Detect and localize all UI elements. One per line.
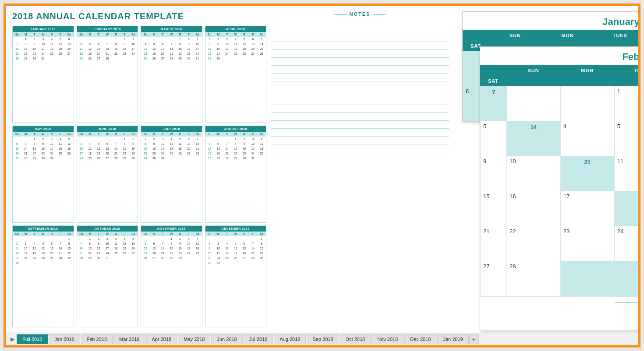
- mini-cal-day: 11: [231, 42, 240, 46]
- mini-cal-day: 3: [248, 137, 257, 141]
- tab-dec-2018[interactable]: Dec 2018: [404, 334, 436, 344]
- tab-jul-2018[interactable]: Jul 2018: [244, 334, 273, 344]
- mini-cal-day: 21: [159, 251, 167, 256]
- mini-cal-day: 10: [21, 246, 30, 251]
- mini-cal-day: 8: [85, 241, 94, 246]
- mini-cal-day: 16: [176, 246, 184, 251]
- jan-mon-header: MON: [541, 30, 594, 41]
- mini-cal-day: 13: [129, 241, 138, 246]
- day-header-cell: R: [176, 32, 184, 37]
- day-header-cell: W: [39, 32, 47, 37]
- mini-cal-day: 26: [205, 156, 214, 161]
- mini-cal-day: 28: [248, 256, 257, 260]
- tab-apr-2018[interactable]: Apr 2018: [146, 334, 177, 344]
- day-header-cell: M: [85, 32, 94, 37]
- mini-cal-day: 26: [65, 151, 74, 156]
- mini-cal-day: 16: [150, 146, 159, 151]
- mini-cal-day: [112, 56, 120, 61]
- mini-cal-day: 4: [30, 241, 39, 246]
- mini-cal-day: 9: [13, 246, 21, 251]
- mini-cal-day: 20: [94, 51, 103, 56]
- notes-line: [271, 74, 449, 81]
- mini-cal-day: 6: [103, 141, 112, 146]
- mini-cal-day: 31: [193, 56, 202, 61]
- mini-cal-day: 3: [184, 236, 193, 241]
- mini-cal-day: 20: [214, 151, 223, 156]
- mini-cal-day: 20: [159, 51, 167, 56]
- mini-cal-day: 29: [176, 56, 184, 61]
- mini-cal-day: 1: [231, 137, 240, 141]
- mini-cal-day: 6: [240, 241, 249, 246]
- notes-line: [271, 144, 449, 152]
- notes-line: [271, 34, 449, 42]
- mini-cal-day: 27: [13, 156, 21, 161]
- tab-oct-2018[interactable]: Oct 2018: [340, 334, 371, 344]
- mini-cal-day: 13: [47, 246, 56, 251]
- mini-cal-day: 31: [103, 256, 112, 260]
- mini-cal-day: 4: [85, 141, 94, 146]
- mini-cal-day: 22: [257, 251, 266, 256]
- mini-cal-day: 30: [30, 56, 39, 61]
- mini-cal-day: 15: [21, 46, 30, 51]
- feb-cell: 5: [615, 121, 638, 156]
- mini-cal-day: 24: [47, 151, 56, 156]
- mini-cal-day: 7: [103, 42, 112, 46]
- mini-cal-day: 1: [112, 37, 120, 42]
- day-header-cell: Su: [205, 32, 214, 37]
- tab-left-arrow[interactable]: ▶: [8, 335, 17, 344]
- mini-cal-day: 11: [141, 46, 150, 51]
- mini-cal-day: 11: [77, 46, 86, 51]
- mini-cal-day: 12: [141, 246, 150, 251]
- day-header-cell: W: [39, 232, 47, 236]
- feb-notes-area: [480, 306, 638, 330]
- mini-cal-day: 3: [21, 241, 30, 246]
- mini-cal-day: 12: [39, 246, 47, 251]
- mini-cal-day: [214, 137, 223, 141]
- tab-aug-2018[interactable]: Aug 2018: [274, 334, 306, 344]
- tab-jun-2018[interactable]: Jun 2018: [211, 334, 242, 344]
- day-header-cell: M: [85, 132, 94, 137]
- mini-cal-day: 19: [150, 51, 159, 56]
- tab-may-2018[interactable]: May 2018: [178, 334, 210, 344]
- mini-cal-day: 4: [77, 42, 86, 46]
- tab-sep-2018[interactable]: Sep 2018: [307, 334, 339, 344]
- mini-cal-day: 24: [103, 251, 112, 256]
- day-header-cell: M: [150, 32, 159, 37]
- mini-cal-day: 2: [30, 37, 39, 42]
- notes-line: [271, 26, 449, 34]
- mini-cal-day: 15: [257, 246, 266, 251]
- mini-cal-day: 4: [141, 42, 150, 46]
- mini-cal-day: 14: [21, 146, 30, 151]
- mini-cal-day: [223, 260, 231, 265]
- feb-cell: 21: [481, 226, 507, 261]
- mini-cal-day: 12: [85, 46, 94, 51]
- mini-cal-day: 8: [30, 141, 39, 146]
- tab-jan-2019[interactable]: Jan 2019: [437, 334, 468, 344]
- tab-add-button[interactable]: +: [469, 334, 479, 344]
- tab-nov-2018[interactable]: Nov 2018: [372, 334, 403, 344]
- tab-jan-2018[interactable]: Jan 2018: [49, 334, 80, 344]
- mini-cal-day: 1: [205, 37, 214, 42]
- mini-cal-day: 12: [176, 141, 184, 146]
- mini-cal-day: [56, 56, 65, 61]
- mini-cal-day: 1: [65, 236, 74, 241]
- feb-mon-header: MON: [560, 65, 614, 76]
- day-header-cell: M: [21, 232, 30, 236]
- mini-cal-day: 10: [39, 42, 47, 46]
- mini-cal-day: 27: [103, 156, 112, 161]
- mini-cal-4: MAY 2018SuMTWRFSa12345678910111213141516…: [12, 126, 74, 223]
- tab-full-2018[interactable]: Full 2018: [17, 334, 48, 344]
- mini-cal-day: [129, 56, 138, 61]
- day-header-cell: T: [94, 132, 103, 137]
- tab-mar-2018[interactable]: Mar 2018: [113, 334, 145, 344]
- mini-cal-day: 30: [176, 256, 184, 260]
- tab-feb-2018[interactable]: Feb 2018: [81, 334, 113, 344]
- mini-cal-day: 14: [77, 246, 86, 251]
- mini-cal-day: 23: [94, 251, 103, 256]
- mini-cal-day: 25: [223, 256, 231, 260]
- mini-cal-day: 21: [112, 151, 120, 156]
- mini-cal-day: 11: [47, 42, 56, 46]
- mini-cal-day: 20: [65, 46, 74, 51]
- day-header-cell: R: [176, 132, 184, 137]
- day-header-cell: Su: [13, 232, 21, 236]
